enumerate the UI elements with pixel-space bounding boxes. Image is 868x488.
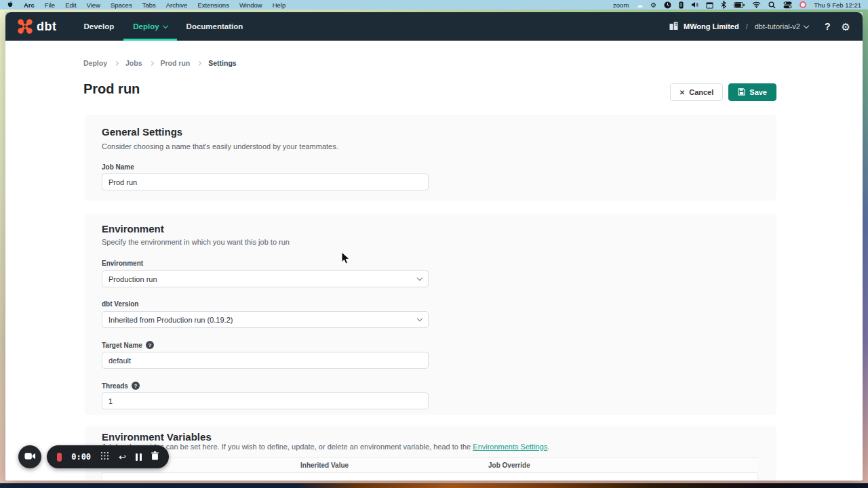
volume-icon[interactable] [691,1,698,8]
save-floppy-icon [738,88,745,97]
record-dot-icon[interactable] [800,1,806,8]
macos-menubar: Arc File Edit View Spaces Tabs Archive E… [0,0,868,9]
undo-icon[interactable]: ↩ [119,453,126,462]
breadcrumb-jobs[interactable]: Jobs [125,59,142,67]
dbt-version-select[interactable]: Inherited from Production run (0.19.2) [102,311,429,328]
menubar-item-view[interactable]: View [87,1,100,9]
calendar-icon[interactable] [706,1,713,9]
dbt-logo-icon [18,19,33,34]
menubar-item-window[interactable]: Window [239,1,262,9]
menubar-app-name[interactable]: Arc [24,1,35,9]
account-separator: / [746,22,748,30]
main-nav: Develop Deploy Documentation [74,12,252,41]
section-description: Consider choosing a name that's easily u… [102,142,338,150]
chevron-down-icon [417,275,422,281]
breadcrumb: Deploy Jobs Prod run Settings [83,59,237,67]
job-name-label: Job Name [102,163,134,171]
env-vars-table-row [102,472,757,481]
help-icon[interactable]: ? [146,341,154,349]
general-settings-section: General Settings Consider choosing a nam… [85,115,776,201]
recorder-toolbar: 0:00 ↩ [47,445,169,468]
job-name-input[interactable] [102,174,429,190]
environments-settings-link[interactable]: Environments Settings [473,443,547,451]
dbt-logo[interactable]: dbt [18,19,56,34]
environment-select[interactable]: Production run [102,270,429,287]
search-icon[interactable] [768,1,776,9]
target-name-label: Target Name ? [102,341,154,349]
column-inherited-value: Inherited Value [300,462,349,469]
desktop-wallpaper-strip [0,483,868,488]
chevron-down-icon [162,22,167,28]
nav-documentation[interactable]: Documentation [177,12,253,41]
nav-develop[interactable]: Develop [74,12,123,41]
pause-icon[interactable] [136,453,142,461]
chevron-right-icon [149,60,153,65]
nav-deploy[interactable]: Deploy [123,12,176,41]
camera-bubble-button[interactable] [18,445,41,468]
environment-section: Environment Specify the environment in w… [85,214,776,415]
target-name-input[interactable] [102,352,429,369]
environment-label: Environment [102,260,143,267]
project-switcher[interactable]: dbt-tutorial-v2 [755,22,808,30]
section-description: Job level overrides can be set here. If … [102,443,549,451]
section-title: Environment Variables [102,431,212,443]
save-button[interactable]: Save [728,83,776,101]
control-center-icon[interactable] [783,1,792,9]
environment-variables-section: Environment Variables Job level override… [85,426,776,481]
stop-recording-button[interactable] [57,453,62,462]
threads-label: Threads ? [102,382,140,390]
gear-icon[interactable]: ⚙ [650,1,656,9]
window-frame-right [863,9,868,483]
chevron-right-icon [197,60,201,65]
menubar-item-extensions[interactable]: Extensions [197,1,229,9]
menubar-item-spaces[interactable]: Spaces [111,1,132,9]
env-vars-table-header: Inherited Value Job Override [102,458,757,472]
chevron-down-icon [804,22,809,28]
menubar-item-tabs[interactable]: Tabs [142,1,156,9]
help-button[interactable]: ? [825,21,831,32]
browser-window: dbt Develop Deploy Documentation MWong [5,12,863,481]
dbt-version-label: dbt Version [102,300,138,308]
menubar-item-edit[interactable]: Edit [65,1,76,9]
annotate-grid-icon[interactable] [100,451,109,463]
settings-gear-icon[interactable]: ⚙ [842,22,850,32]
breadcrumb-deploy[interactable]: Deploy [83,59,107,67]
wifi-icon[interactable] [752,1,761,8]
chevron-down-icon [417,316,422,321]
cancel-button[interactable]: ✕ Cancel [670,83,723,101]
menubar-item-file[interactable]: File [45,1,55,9]
job-settings-page: Deploy Jobs Prod run Settings Prod run ✕… [5,41,863,481]
menubar-clock[interactable]: Thu 9 Feb 12:21 [814,1,861,9]
close-icon: ✕ [679,89,685,96]
clock-app-icon[interactable] [664,1,671,9]
mouse-cursor [341,251,351,265]
org-icon [669,20,678,33]
desktop: Arc File Edit View Spaces Tabs Archive E… [0,0,868,488]
apple-menu-icon[interactable] [7,1,14,9]
trash-icon[interactable] [151,451,159,463]
section-description: Specify the environment in which you wan… [102,238,290,246]
chevron-right-icon [114,60,119,65]
battery-icon[interactable] [734,2,745,8]
column-job-override: Job Override [488,462,530,469]
bluetooth-icon[interactable] [721,1,726,9]
section-title: General Settings [102,126,182,138]
breadcrumb-settings: Settings [208,59,236,67]
breadcrumb-prod-run[interactable]: Prod run [161,59,191,67]
dbt-app-header: dbt Develop Deploy Documentation MWong [5,12,863,41]
menubar-item-archive[interactable]: Archive [166,1,188,9]
cloud-icon[interactable]: ☁ [636,1,643,9]
device-icon[interactable] [679,1,684,9]
threads-input[interactable] [102,392,429,409]
dbt-logo-text: dbt [37,20,56,34]
zoom-app-label[interactable]: zoom [613,1,629,9]
recording-timer: 0:00 [71,452,91,462]
window-frame-left [0,9,5,483]
account-org[interactable]: MWong Limited [684,22,739,30]
page-title: Prod run [83,81,140,97]
help-icon[interactable]: ? [132,382,140,390]
menubar-item-help[interactable]: Help [273,1,286,9]
video-camera-icon [24,451,36,463]
section-title: Environment [102,223,164,235]
